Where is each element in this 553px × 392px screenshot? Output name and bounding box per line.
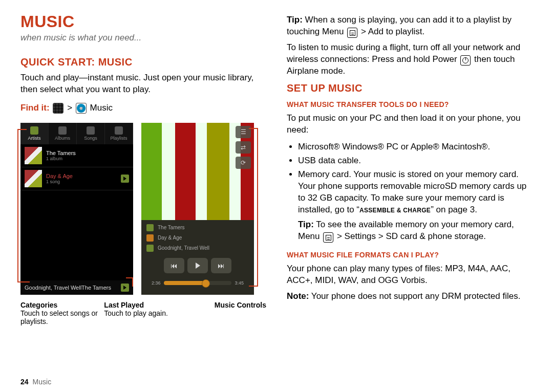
assemble-charge-ref: Assemble & charge — [359, 207, 431, 214]
li3-b: ” on page 3. — [431, 205, 477, 214]
note-body: Your phone does not support any DRM prot… — [309, 291, 520, 301]
album-art: ☰ ⇄ ⟳ — [141, 123, 254, 220]
quick-start-heading: Quick start: Music — [20, 56, 266, 68]
drm-note: Note: Your phone does not support any DR… — [287, 291, 533, 302]
power-key-icon — [460, 55, 471, 66]
tab-label: Artists — [28, 136, 40, 141]
time-total: 3:45 — [235, 280, 244, 286]
callout-body: Touch to play again. — [104, 309, 168, 317]
tab-label: Playlists — [110, 136, 127, 141]
tools-heading: What music transfer tools do I need? — [287, 100, 533, 108]
meta-album: Day & Age — [158, 235, 182, 241]
play-button[interactable] — [187, 258, 208, 273]
setup-heading: Set up music — [287, 82, 533, 94]
tools-intro: To put music on your PC and then load it… — [287, 113, 533, 136]
repeat-button[interactable]: ⟳ — [236, 157, 251, 169]
menu-key-icon — [323, 232, 333, 243]
player-screenshot: ☰ ⇄ ⟳ The Tamers Day & Age Goodnight, Tr… — [141, 123, 254, 295]
category-tabs[interactable]: Artists Albums Songs Playlists — [20, 123, 133, 144]
seek-bar[interactable] — [164, 281, 232, 285]
callout-line — [132, 277, 133, 287]
find-it-target: Music — [90, 103, 113, 113]
album-row[interactable]: Day & Age1 song — [20, 167, 133, 190]
list-item: Memory card. Your music is stored on you… — [298, 169, 533, 243]
find-it-sep: > — [67, 103, 72, 113]
tip-playlist: Tip: When a song is playing, you can add… — [287, 14, 533, 38]
meta-song: Goodnight, Travel Well — [158, 245, 209, 251]
library-screenshot: Artists Albums Songs Playlists The Tamer… — [20, 123, 133, 295]
row-title: Day & Age — [46, 173, 117, 179]
list-item: Microsoft® Windows® PC or Apple® Macinto… — [298, 141, 533, 153]
prev-button[interactable] — [164, 258, 184, 273]
song-icon — [87, 126, 95, 135]
callout-body: Touch to select songs or playlists. — [20, 309, 98, 325]
playback-controls — [146, 255, 249, 275]
tab-label: Albums — [55, 136, 70, 141]
seek-knob[interactable] — [202, 279, 210, 288]
footer-section: Music — [33, 378, 52, 386]
tab-albums[interactable]: Albums — [49, 123, 77, 144]
tab-songs[interactable]: Songs — [77, 123, 105, 144]
tab-playlists[interactable]: Playlists — [105, 123, 133, 144]
time-current: 2:36 — [152, 280, 161, 286]
play-icon[interactable] — [121, 284, 129, 292]
album-art-thumb — [25, 147, 42, 164]
track-metadata: The Tamers Day & Age Goodnight, Travel W… — [141, 220, 254, 295]
find-it-label: Find it: — [20, 103, 50, 113]
album-art-thumb — [25, 170, 42, 187]
apps-grid-icon — [53, 103, 63, 114]
callout-line — [17, 129, 18, 282]
formats-heading: What music file formats can I play? — [287, 251, 533, 259]
song-icon — [146, 245, 154, 252]
playlist-icon — [115, 126, 123, 135]
row-title: The Tamers — [46, 150, 129, 156]
music-disc-icon — [76, 103, 87, 114]
tools-list: Microsoft® Windows® PC or Apple® Macinto… — [287, 139, 533, 245]
page-footer: 24Music — [20, 378, 51, 386]
tab-artists[interactable]: Artists — [20, 123, 49, 144]
tagline: when music is what you need... — [20, 32, 266, 44]
now-playing-bar[interactable]: Goodnight, Travel WellThe Tamers — [20, 280, 133, 295]
note-label: Note: — [287, 291, 309, 301]
side-buttons: ☰ ⇄ ⟳ — [236, 126, 251, 169]
tab-label: Songs — [84, 136, 97, 141]
now-playing-title: Goodnight, Travel Well — [25, 285, 81, 291]
row-subtitle: 1 song — [46, 179, 117, 184]
row-subtitle: 1 album — [46, 156, 129, 161]
next-button[interactable] — [211, 258, 231, 273]
quick-start-body: Touch and play—instant music. Just open … — [20, 72, 266, 96]
airplane-mode-note: To listen to music during a flight, turn… — [287, 42, 533, 77]
tip-label: Tip: — [287, 15, 303, 25]
shuffle-button[interactable]: ⇄ — [236, 141, 251, 154]
callout-labels: Categories Touch to select songs or play… — [20, 301, 266, 325]
callout-heading: Music Controls — [215, 301, 266, 309]
meta-artist: The Tamers — [158, 225, 185, 230]
formats-body: Your phone can play many types of files:… — [287, 263, 533, 287]
album-icon — [58, 126, 67, 135]
album-icon — [146, 234, 154, 242]
menu-key-icon — [347, 28, 357, 38]
now-playing-artist: The Tamers — [81, 285, 111, 291]
artist-row[interactable]: The Tamers1 album — [20, 144, 133, 167]
tip-tail: > Add to playlist. — [358, 27, 424, 36]
callout-heading: Last Played — [104, 301, 144, 309]
page-number: 24 — [20, 378, 29, 386]
page-title: Music — [20, 12, 266, 31]
artist-icon — [30, 126, 38, 135]
tip2-tail: > Settings > SD card & phone storage. — [334, 231, 486, 241]
artist-icon — [146, 224, 154, 231]
callout-heading: Categories — [20, 301, 57, 309]
tip-label: Tip: — [298, 220, 314, 229]
progress-row: 2:36 3:45 — [146, 278, 249, 291]
list-item: USB data cable. — [298, 155, 533, 167]
callout-line — [257, 128, 258, 287]
empty-space — [20, 190, 133, 280]
find-it-line: Find it: > Music — [20, 103, 266, 114]
play-icon[interactable] — [121, 175, 129, 183]
screenshots-row: Artists Albums Songs Playlists The Tamer… — [20, 123, 266, 295]
